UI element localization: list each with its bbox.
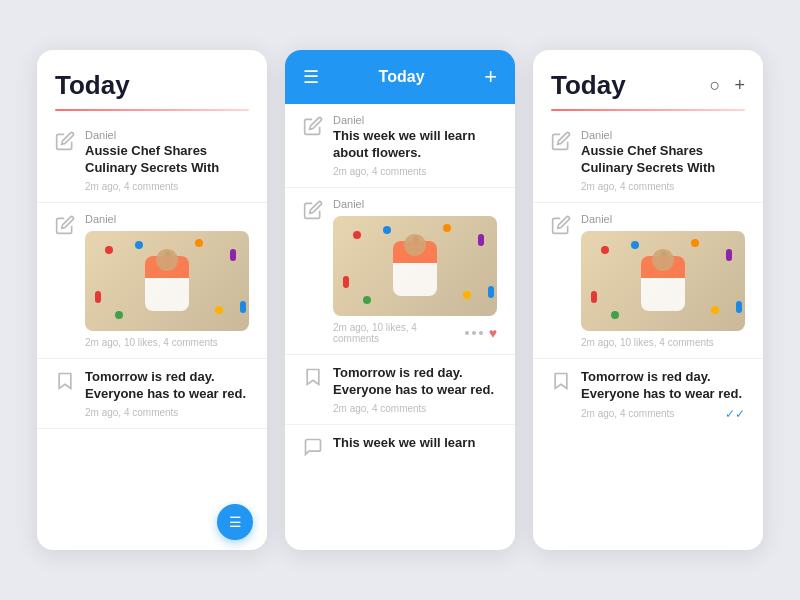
item-author: Daniel [581, 129, 745, 141]
list-item[interactable]: Daniel [37, 203, 267, 359]
item-actions: 2m ago, 10 likes, 4 comments ♥ [333, 322, 497, 344]
bookmark-icon [551, 371, 571, 391]
fab-button[interactable]: ☰ [217, 504, 253, 540]
item-content: Daniel Aussie Chef Shares Culinary Secre… [85, 129, 249, 192]
item-author: Daniel [333, 198, 497, 210]
image-inner [85, 231, 249, 331]
item-meta: 2m ago, 4 comments [333, 166, 497, 177]
svg-marker-2 [555, 373, 567, 388]
list-item[interactable]: This week we will learn [285, 425, 515, 467]
more-options[interactable] [465, 331, 483, 335]
check-icon: ✓✓ [725, 407, 745, 421]
item-meta: 2m ago, 4 comments [581, 181, 745, 192]
pencil-icon [551, 131, 571, 151]
list-item[interactable]: Tomorrow is red day. Everyone has to wea… [533, 359, 763, 431]
list-item[interactable]: Daniel This week we will learn about flo… [285, 104, 515, 188]
item-image [581, 231, 745, 331]
chat-icon [303, 437, 323, 457]
bookmark-icon [55, 371, 75, 391]
item-meta: 2m ago, 4 comments [581, 408, 674, 419]
menu-icon[interactable]: ☰ [303, 66, 319, 88]
pencil-icon [551, 215, 571, 235]
bookmark-icon [303, 367, 323, 387]
item-content: Daniel This week we will learn about flo… [333, 114, 497, 177]
list-item[interactable]: Daniel [285, 188, 515, 355]
item-title: This week we will learn about flowers. [333, 128, 497, 162]
item-meta: 2m ago, 10 likes, 4 comments [333, 322, 459, 344]
like-button[interactable]: ♥ [489, 325, 497, 341]
header-actions: ○ + [710, 75, 745, 96]
panel-2-title: Today [379, 68, 425, 86]
item-author: Daniel [333, 114, 497, 126]
item-title: Aussie Chef Shares Culinary Secrets With [85, 143, 249, 177]
panels-container: Today Daniel Aussie Chef Shares Culinary… [17, 30, 783, 570]
list-item[interactable]: Tomorrow is red day. Everyone has to wea… [285, 355, 515, 425]
pencil-icon [55, 215, 75, 235]
list-item[interactable]: Daniel 2m [533, 203, 763, 359]
item-content: Tomorrow is red day. Everyone has to wea… [581, 369, 745, 421]
header-divider [551, 109, 745, 111]
header-divider [55, 109, 249, 111]
pencil-icon [55, 131, 75, 151]
add-icon[interactable]: + [484, 64, 497, 90]
item-meta: 2m ago, 10 likes, 4 comments [581, 337, 745, 348]
item-title: Tomorrow is red day. Everyone has to wea… [581, 369, 745, 403]
item-content: Daniel 2m [581, 213, 745, 348]
item-author: Daniel [581, 213, 745, 225]
item-content: Daniel [85, 213, 249, 348]
add-icon[interactable]: + [734, 75, 745, 96]
list-item[interactable]: Daniel Aussie Chef Shares Culinary Secre… [533, 119, 763, 203]
item-content: This week we will learn [333, 435, 497, 456]
item-content: Tomorrow is red day. Everyone has to wea… [333, 365, 497, 414]
item-title: Tomorrow is red day. Everyone has to wea… [333, 365, 497, 399]
list-item[interactable]: Daniel Aussie Chef Shares Culinary Secre… [37, 119, 267, 203]
item-title: This week we will learn [333, 435, 497, 452]
image-inner [333, 216, 497, 316]
item-title: Tomorrow is red day. Everyone has to wea… [85, 369, 249, 403]
panel-1-title: Today [55, 70, 130, 101]
item-image [333, 216, 497, 316]
panel-3-header: Today ○ + [533, 50, 763, 109]
panel-3: Today ○ + Daniel Aussie Chef Shares Culi… [533, 50, 763, 550]
item-title: Aussie Chef Shares Culinary Secrets With [581, 143, 745, 177]
list-item[interactable]: Tomorrow is red day. Everyone has to wea… [37, 359, 267, 429]
svg-marker-1 [307, 369, 319, 384]
item-content: Tomorrow is red day. Everyone has to wea… [85, 369, 249, 418]
item-content: Daniel Aussie Chef Shares Culinary Secre… [581, 129, 745, 192]
panel-2: ☰ Today + Daniel This week we will learn… [285, 50, 515, 550]
item-content: Daniel [333, 198, 497, 344]
pencil-icon [303, 116, 323, 136]
panel-2-header: ☰ Today + [285, 50, 515, 104]
item-meta: 2m ago, 4 comments [85, 181, 249, 192]
svg-marker-0 [59, 373, 71, 388]
item-meta: 2m ago, 4 comments [85, 407, 249, 418]
panel-1-header: Today [37, 50, 267, 109]
panel-1: Today Daniel Aussie Chef Shares Culinary… [37, 50, 267, 550]
pencil-icon [303, 200, 323, 220]
item-meta: 2m ago, 4 comments [333, 403, 497, 414]
image-inner [581, 231, 745, 331]
panel-3-title: Today [551, 70, 626, 101]
item-author: Daniel [85, 213, 249, 225]
item-meta: 2m ago, 10 likes, 4 comments [85, 337, 249, 348]
item-image [85, 231, 249, 331]
item-author: Daniel [85, 129, 249, 141]
search-icon[interactable]: ○ [710, 75, 721, 96]
